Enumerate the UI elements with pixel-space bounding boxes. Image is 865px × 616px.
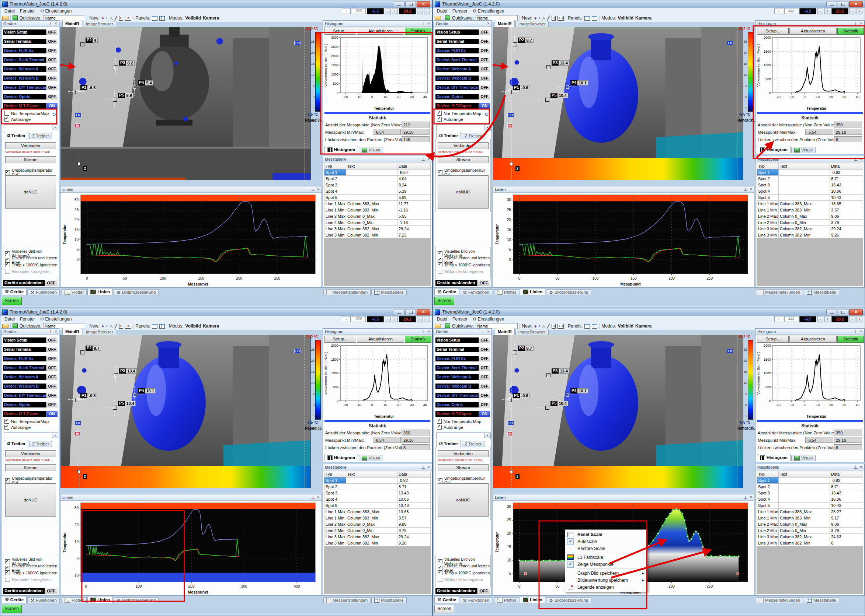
cell-typ[interactable]: Line 1 Max [757,201,779,207]
cell-data[interactable]: 9.26 [397,540,431,546]
device-item[interactable]: Device: DIY ThermocamOFF [435,393,490,398]
new-ts-icon[interactable]: TS [558,324,564,328]
cell-data[interactable]: 29.24 [830,226,863,232]
hide-devices-bar[interactable]: Geräte ausblendenOFF [3,588,58,594]
hide-devices-state[interactable]: OFF [477,588,490,594]
hide-devices-bar[interactable]: Geräte ausblendenOFF [435,280,490,286]
device-item[interactable]: Device: OptrisOFF [435,402,490,407]
cell-typ[interactable]: Spot 1 [325,170,346,176]
cell-data[interactable]: 10.43 [397,503,431,509]
table-row[interactable]: Spot 28.71 [757,484,863,490]
option-checkbox[interactable]: Temp > 1000°C ignorieren [5,570,58,575]
cell-typ[interactable]: Spot 2 [325,176,346,182]
cell-text[interactable] [346,176,397,182]
spot-handle[interactable] [81,351,84,354]
setup-button[interactable]: Setup... [757,28,789,35]
cell-text[interactable]: Column 382_Max [779,534,830,540]
device-state-button[interactable]: OFF [479,85,490,90]
cell-typ[interactable]: Line 1 Min [325,515,346,521]
cell-text[interactable] [779,176,830,182]
table-row[interactable]: Spot 510.43 [757,503,863,509]
cell-data[interactable]: 11.77 [397,201,431,207]
close-button[interactable] [417,309,430,315]
cell-typ[interactable]: Spot 3 [325,490,346,496]
menu-datei[interactable]: Datei [2,8,17,14]
table-row[interactable]: Spot 313.43 [757,490,863,496]
cell-data[interactable]: -0.82 [397,478,431,484]
tab-messtabelle[interactable]: Messtabelle [371,597,407,603]
high-temp-increment[interactable]: + [424,316,430,322]
device-state-button[interactable]: OFF [479,39,490,44]
checkbox-icon[interactable] [438,262,443,267]
cell-text[interactable]: Column 382_Min [346,232,397,238]
table-row[interactable]: Line 2 MinColumn 0_Min3.79 [757,528,863,534]
table-row[interactable]: Spot 410.06 [757,188,863,195]
screen-button[interactable]: Screen [2,297,22,305]
context-menu-item[interactable]: L1 Farbscala [566,554,646,561]
device-item[interactable]: Device: FLIR ExOFF [3,48,58,53]
option-checkbox[interactable]: Temp > 1000°C ignorieren [438,570,490,575]
spot-handle[interactable] [76,90,79,94]
spot-handle[interactable] [566,393,569,397]
statistik-button[interactable]: Statistik [405,336,432,343]
pin-icon[interactable]: ⊥ [49,21,52,26]
pin-icon[interactable]: ⊥ [49,329,52,334]
device-item[interactable]: Device: OptrisOFF [3,402,58,407]
cell-text[interactable]: Column 0_Min [779,220,830,226]
close-icon[interactable]: × [860,465,862,469]
pin-icon[interactable]: ⊥ [854,157,858,161]
modus-kamera[interactable]: Kamera [635,324,652,328]
measurement-table[interactable]: TypTextDataSpot 1-6.54Spot 24.04Spot 38.… [324,163,431,238]
device-item[interactable]: Device: Seek ThermalOFF [3,365,58,371]
checkbox-icon[interactable] [438,559,443,564]
cell-typ[interactable]: Line 3 Max [325,226,346,232]
minus-field[interactable]: - [774,316,783,322]
statistik-button[interactable]: Statistik [405,28,432,35]
cell-data[interactable]: 8.71 [830,176,863,182]
nur-temperaturmap-checkbox[interactable]: Nur TemperaturMap [437,419,481,424]
cell-typ[interactable]: Line 1 Min [757,207,779,213]
setup-button[interactable]: Setup... [325,336,356,343]
cell-text[interactable] [779,496,830,503]
tab-z-treiber[interactable]: Z Treiber [29,133,52,139]
cell-data[interactable]: 10.43 [830,503,863,509]
close-icon[interactable]: × [427,21,430,26]
checkbox-icon[interactable] [5,425,9,430]
cell-typ[interactable]: Line 1 Max [325,509,346,515]
pin-icon[interactable]: ⊥ [311,187,315,192]
lo-marker-right[interactable]: LO [294,41,301,45]
cell-text[interactable]: Column 383_Min [779,515,830,521]
table-row[interactable]: Line 3 MinColumn 382_Min7.23 [325,232,431,238]
cell-data[interactable]: -1.16 [397,207,431,213]
table-row[interactable]: Spot 24.04 [325,176,431,182]
tab-z-treiber[interactable]: Z Treiber [462,441,484,447]
context-menu-item[interactable]: Restore Scale [566,545,646,552]
cell-data[interactable]: 10.06 [830,188,863,195]
high-temp-decrement[interactable]: - [417,8,423,14]
high-temp-decrement[interactable]: - [849,316,856,322]
tab-linien[interactable]: Linien [87,596,113,603]
tab-z-treiber[interactable]: Z Treiber [29,441,52,447]
table-row[interactable]: Line 1 MinColumn 383_Min3.57 [325,515,431,521]
tab-z-treiber[interactable]: Z Treiber [462,133,484,139]
cell-text[interactable] [779,182,830,188]
donuc-button[interactable]: doNUC [438,483,488,517]
maximize-button[interactable] [838,309,848,315]
close-icon[interactable]: × [427,329,430,334]
tab-imagebrowser[interactable]: ImageBrowser [515,21,549,27]
panel-single-icon[interactable] [585,324,590,328]
device-item[interactable]: Device: FLIR ExOFF [435,48,490,53]
checkbox-icon[interactable] [5,577,10,582]
device-state-button[interactable]: OFF [46,39,58,44]
cell-data[interactable]: 9.17 [830,515,863,521]
device-state-button[interactable]: ON [479,411,490,417]
new-box-icon[interactable]: B [551,324,556,328]
cell-typ[interactable]: Line 2 Max [325,213,346,220]
panel-single-icon[interactable] [585,16,590,20]
measure-line-2[interactable] [79,27,79,180]
table-row[interactable]: Spot 313.43 [757,182,863,188]
device-state-button[interactable]: OFF [479,94,490,99]
device-state-button[interactable]: OFF [46,402,58,407]
device-item[interactable]: Device: DIY ThermocamOFF [435,85,490,90]
checkbox-icon[interactable] [437,117,442,122]
